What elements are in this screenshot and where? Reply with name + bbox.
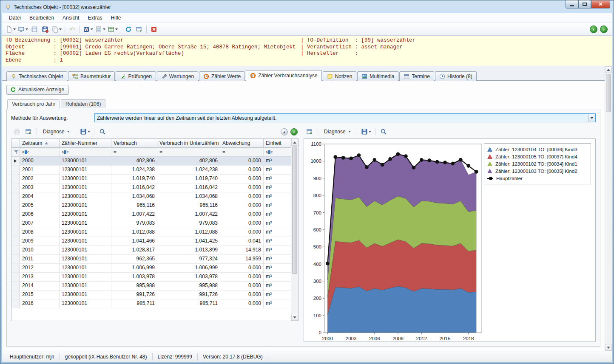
subtab-verbrauch-pro-jahr[interactable]: Verbrauch pro Jahr xyxy=(7,99,60,109)
chart-save-layout-button[interactable] xyxy=(360,127,372,137)
combo-dropdown-icon[interactable] xyxy=(588,114,595,122)
menu-ansicht[interactable]: Ansicht xyxy=(58,14,83,22)
row-indicator xyxy=(11,237,20,246)
grid-search-button[interactable] xyxy=(97,127,108,137)
filter-funnel-icon[interactable] xyxy=(11,148,20,157)
subtab-rohdaten[interactable]: Rohdaten (106) xyxy=(61,99,105,108)
tab-wartungen[interactable]: Wartungen xyxy=(157,71,198,81)
menu-extras[interactable]: Extras xyxy=(83,14,106,22)
previous-record-button[interactable]: ‹ xyxy=(590,25,597,33)
save-as-button[interactable] xyxy=(40,24,50,34)
open-in-window-button[interactable] xyxy=(304,127,315,137)
menu-datei[interactable]: Datei xyxy=(5,14,25,22)
filter-verbrauch[interactable]: = xyxy=(111,148,157,157)
new-document-button[interactable] xyxy=(5,24,17,34)
column-zeitraum[interactable]: Zeitraum xyxy=(20,139,60,148)
scroll-down-icon[interactable] xyxy=(291,314,298,321)
scroll-thumb[interactable] xyxy=(606,74,611,112)
title-bar: Technisches Objekt - [00032] wasserzähle… xyxy=(2,2,612,13)
open-in-window-button[interactable] xyxy=(23,127,34,137)
chart-diagnose-button[interactable]: Diagnose xyxy=(321,127,354,136)
filter-unterzaehler[interactable]: = xyxy=(157,148,220,157)
minimize-button[interactable] xyxy=(566,0,578,8)
column-verbrauch[interactable]: Verbrauch xyxy=(111,139,157,148)
maximize-button[interactable] xyxy=(578,0,591,8)
column-zaehler-nummer[interactable]: Zähler-Nummer xyxy=(60,139,111,148)
column-einheit[interactable]: Einheit xyxy=(264,139,291,148)
copy-button[interactable] xyxy=(51,24,63,34)
table-row[interactable]: 2009 123000101 1.041,466 1.041,425 -0,04… xyxy=(11,237,291,246)
save-button[interactable] xyxy=(29,24,40,34)
page-scrollbar[interactable] xyxy=(605,66,612,351)
table-row[interactable]: 2002 123000101 1.019,740 1.019,740 0,000… xyxy=(11,175,291,183)
table-row[interactable]: 2004 123000101 1.034,068 1.034,068 0,000… xyxy=(11,192,291,201)
tab-zaehler-verbrauchsanalyse[interactable]: Zähler Verbrauchsanalyse xyxy=(246,70,321,81)
scroll-down-icon[interactable] xyxy=(605,344,612,351)
table-row[interactable]: 2001 123000101 1.024,238 1.024,238 0,000… xyxy=(11,166,291,175)
table-row[interactable]: 2006 123000101 1.007,422 1.007,422 0,000… xyxy=(11,210,291,219)
menu-bar: Datei Bearbeiten Ansicht Extras Hilfe xyxy=(2,13,612,23)
chart-search-button[interactable] xyxy=(378,127,389,137)
method-combobox[interactable]: Zählerwerte werden linear auf den Zeitra… xyxy=(94,113,596,122)
window-title: Technisches Objekt - [00032] wasserzähle… xyxy=(14,4,111,10)
refresh-icon[interactable] xyxy=(123,24,134,34)
table-scrollbar[interactable] xyxy=(291,139,298,321)
row-indicator xyxy=(11,166,20,175)
table-row[interactable]: 2016 123000101 985,711 985,711 0,000 m³ xyxy=(11,299,291,308)
grid-diagnose-button[interactable]: Diagnose xyxy=(40,127,73,136)
consumption-grid-panel: Diagnose xyxy=(11,127,298,342)
scroll-up-icon[interactable] xyxy=(605,66,612,73)
tab-multimedia[interactable]: Multimedia xyxy=(357,71,398,81)
close-button[interactable]: ✕ xyxy=(591,0,610,8)
column-abweichung[interactable]: Abweichung xyxy=(220,139,264,148)
table-row[interactable]: 2015 123000101 991,726 991,726 0,000 m³ xyxy=(11,291,291,299)
next-record-button[interactable]: › xyxy=(600,25,608,33)
column-unterzaehler[interactable]: Verbrauch in Unterzählern xyxy=(157,139,220,148)
table-row[interactable]: 2008 123000101 1.012,088 1.012,088 0,000… xyxy=(11,228,291,237)
header-gutter xyxy=(11,139,20,148)
grid-export-button[interactable] xyxy=(107,24,119,34)
collapse-button[interactable]: ▴ xyxy=(281,128,288,135)
add-button[interactable]: + xyxy=(290,128,298,135)
filter-zeitraum[interactable]: ac xyxy=(20,148,60,157)
svg-text:2015: 2015 xyxy=(440,336,451,341)
screen-view-button[interactable] xyxy=(17,24,29,34)
report-button[interactable] xyxy=(94,24,106,34)
svg-text:200: 200 xyxy=(313,296,321,301)
table-row[interactable]: 2013 123000101 1.003,978 1.003,978 0,000… xyxy=(11,273,291,282)
filter-einheit[interactable]: ac xyxy=(264,148,291,157)
row-indicator xyxy=(11,291,20,299)
row-indicator xyxy=(11,282,20,291)
tab-notizen[interactable]: Notizen xyxy=(323,71,357,81)
menu-bearbeiten[interactable]: Bearbeiten xyxy=(25,14,58,22)
table-row[interactable]: 2014 123000101 995,988 995,988 0,000 m³ xyxy=(11,282,291,291)
status-gekoppelt: gekoppelt (iX-Haus Benutzer Nr. 48) xyxy=(60,353,153,361)
print-button[interactable] xyxy=(12,127,22,137)
grid-save-layout-button[interactable] xyxy=(79,127,91,137)
table-row[interactable]: 2003 123000101 1.016,042 1.016,042 0,000… xyxy=(11,183,291,192)
table-row[interactable]: 2000 123000101 402,806 402,806 0,000 m³ xyxy=(11,157,291,166)
tab-zaehler-werte[interactable]: Zähler Werte xyxy=(199,71,245,81)
table-row[interactable]: 2007 123000101 979,083 979,083 0,000 m³ xyxy=(11,219,291,228)
undo-button[interactable] xyxy=(67,24,77,34)
tab-technisches-objekt[interactable]: Technisches Objekt xyxy=(6,71,67,81)
tab-baumstruktur[interactable]: Baumstruktur xyxy=(68,71,115,81)
filter-abweichung[interactable]: = xyxy=(220,148,264,157)
filter-zaehler-nummer[interactable]: ac xyxy=(60,148,111,157)
table-row[interactable]: 2005 123000101 965,116 965,116 0,000 m³ xyxy=(11,201,291,210)
refresh-view-button[interactable]: Aktualisiere Anzeige xyxy=(6,85,69,95)
table-row[interactable]: 2011 123000101 962,365 977,324 14,959 m³ xyxy=(11,255,291,264)
search-icon xyxy=(380,128,387,135)
new-window-button[interactable] xyxy=(134,24,144,34)
tab-pruefungen[interactable]: Prüfungen xyxy=(116,71,156,81)
table-row[interactable]: 2010 123000101 1.028,817 1.013,899 -14,9… xyxy=(11,246,291,255)
word-export-button[interactable]: W xyxy=(82,24,94,34)
table-row[interactable]: 2012 123000101 1.006,999 1.006,999 0,000… xyxy=(11,264,291,273)
scroll-thumb[interactable] xyxy=(292,147,297,274)
tab-termine[interactable]: Termine xyxy=(399,71,434,81)
delete-button[interactable] xyxy=(149,24,159,34)
menu-hilfe[interactable]: Hilfe xyxy=(106,14,125,22)
clock-icon xyxy=(439,73,445,79)
tab-historie[interactable]: Historie (8) xyxy=(435,71,477,81)
scroll-up-icon[interactable] xyxy=(291,139,298,146)
